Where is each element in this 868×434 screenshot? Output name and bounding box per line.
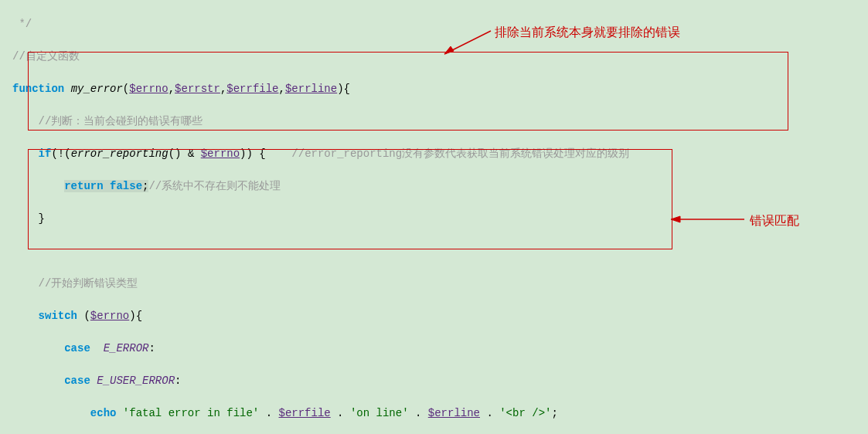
kw-switch: switch xyxy=(39,310,77,322)
annotation-match: 错误匹配 xyxy=(750,213,799,229)
annotation-exclude: 排除当前系统本身就要排除的错误 xyxy=(495,25,680,41)
const-e-error: E_ERROR xyxy=(104,342,149,354)
const-e-user-error: E_USER_ERROR xyxy=(97,375,175,387)
arrow-right xyxy=(671,215,748,224)
comment-judge-type: //开始判断错误类型 xyxy=(39,277,138,290)
highlight-box-2 xyxy=(28,149,672,249)
comment-close: */ xyxy=(12,18,32,30)
svg-marker-1 xyxy=(444,46,454,54)
highlight-box-1 xyxy=(28,52,788,131)
arrow-top xyxy=(437,28,495,60)
svg-marker-3 xyxy=(671,216,680,222)
